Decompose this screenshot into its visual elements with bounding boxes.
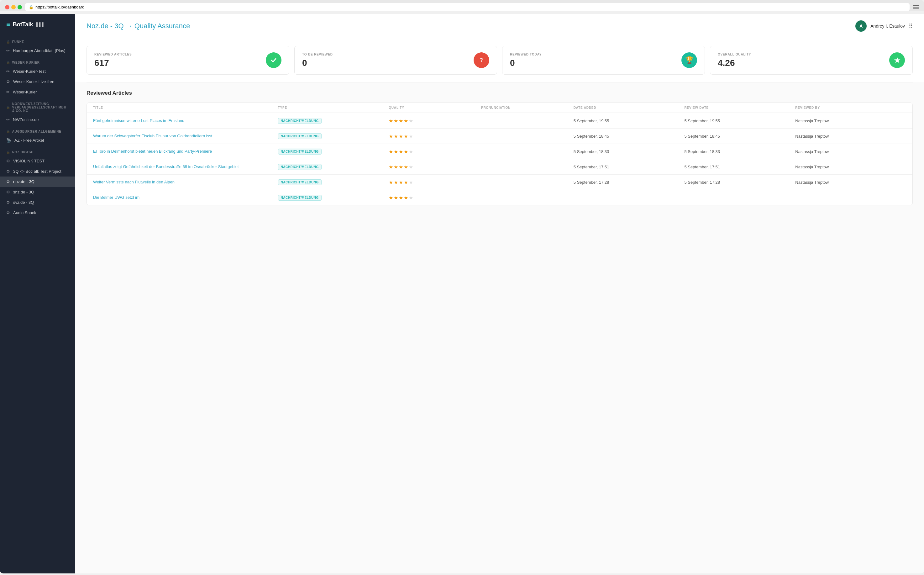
- sidebar-item-label: Weser-Kurier-Test: [13, 69, 46, 74]
- star-empty: ★: [409, 133, 413, 139]
- sidebar: ≡ BotTalk ▌▌▌ 🔒 FUNKE✏Hamburger Abendbla…: [0, 14, 75, 573]
- sidebar-item-icon: ⚙: [6, 200, 10, 205]
- sidebar-item-4-3[interactable]: ⚙shz.de - 3Q: [0, 187, 75, 197]
- stat-text: TO BE REVIEWED0: [302, 53, 333, 68]
- review-date: 5 September, 19:55: [685, 119, 796, 123]
- sidebar-item-label: shz.de - 3Q: [13, 190, 34, 194]
- lock-icon: 🔒: [29, 5, 33, 10]
- sidebar-group-label-3: 🔒 AUGSBURGER ALLGEMEINE: [0, 125, 75, 135]
- sidebar-item-1-0[interactable]: ✏Weser-Kurier-Test: [0, 66, 75, 76]
- sidebar-item-4-1[interactable]: ⚙3Q <> BotTalk Test Project: [0, 166, 75, 176]
- sidebar-item-4-0[interactable]: ⚙VISIOLINK TEST: [0, 156, 75, 166]
- sidebar-item-label: Hamburger Abendblatt (Plus): [13, 48, 65, 53]
- sidebar-item-1-1[interactable]: ⚙Weser-Kurier-Live-free: [0, 76, 75, 87]
- star-filled: ★: [399, 164, 403, 170]
- table-row: El Toro in Delmenhorst bietet neuen Blic…: [87, 144, 912, 159]
- col-header-0: TITLE: [93, 106, 278, 110]
- page-title: Noz.de - 3Q → Quality Assurance: [87, 22, 190, 30]
- date-added: 5 September, 18:45: [574, 134, 685, 138]
- sidebar-group-label-4: 🔒 NOZ DIGITAL: [0, 146, 75, 156]
- sidebar-item-label: Weser-Kurier: [13, 90, 36, 94]
- stat-card-0: REVIEWED ARTICLES617: [87, 46, 289, 75]
- col-header-2: QUALITY: [389, 106, 481, 110]
- sidebar-item-label: 3Q <> BotTalk Test Project: [13, 169, 62, 174]
- stat-icon-star: ★: [889, 52, 905, 68]
- sidebar-group-3: 🔒 AUGSBURGER ALLGEMEINE📡AZ - Free Artike…: [0, 125, 75, 146]
- col-header-5: REVIEW DATE: [685, 106, 796, 110]
- article-title[interactable]: Fünf geheimnisumwitterte Lost Places im …: [93, 118, 278, 124]
- quality-stars: ★★★★★: [389, 179, 481, 185]
- stat-label: TO BE REVIEWED: [302, 53, 333, 56]
- star-filled: ★: [404, 118, 408, 124]
- sidebar-item-icon: ⚙: [6, 179, 10, 184]
- sidebar-item-4-2[interactable]: ⚙noz.de - 3Q: [0, 176, 75, 187]
- type-badge: NACHRICHT/MELDUNG: [278, 133, 322, 139]
- star-empty: ★: [409, 179, 413, 185]
- address-bar[interactable]: 🔒 https://bottalk.io/dashboard: [25, 3, 910, 11]
- article-title[interactable]: Weiter Vermisste nach Flutwelle in den A…: [93, 179, 278, 185]
- hamburger-menu[interactable]: [913, 5, 919, 9]
- sidebar-item-4-4[interactable]: ⚙svz.de - 3Q: [0, 197, 75, 208]
- article-type: NACHRICHT/MELDUNG: [278, 133, 389, 139]
- logo-icon: ≡: [6, 21, 10, 29]
- sidebar-item-icon: ⚙: [6, 210, 10, 215]
- traffic-lights: [5, 5, 22, 10]
- date-added: 5 September, 17:51: [574, 165, 685, 169]
- traffic-light-yellow[interactable]: [11, 5, 16, 10]
- article-title[interactable]: El Toro in Delmenhorst bietet neuen Blic…: [93, 149, 278, 154]
- type-badge: NACHRICHT/MELDUNG: [278, 179, 322, 185]
- article-title[interactable]: Unfallatlas zeigt Gefährlichkeit der Bun…: [93, 164, 278, 170]
- article-type: NACHRICHT/MELDUNG: [278, 194, 389, 201]
- star-filled: ★: [389, 164, 393, 170]
- stat-value: 0: [510, 58, 542, 68]
- stat-icon-trophy: 🏆: [682, 52, 697, 68]
- reviewer-name: Nastassja Treptow: [795, 119, 906, 123]
- sidebar-item-label: svz.de - 3Q: [13, 200, 34, 205]
- star-filled: ★: [389, 179, 393, 185]
- article-title[interactable]: Die Belmer UWG setzt im: [93, 195, 278, 200]
- grid-icon[interactable]: ⠿: [909, 22, 913, 29]
- traffic-light-red[interactable]: [5, 5, 10, 10]
- stat-text: REVIEWED TODAY0: [510, 53, 542, 68]
- col-header-6: REVIEWED BY: [795, 106, 906, 110]
- date-added: 5 September, 18:33: [574, 149, 685, 154]
- review-date: 5 September, 17:28: [685, 180, 796, 185]
- star-filled: ★: [394, 118, 398, 124]
- star-filled: ★: [399, 195, 403, 201]
- article-title[interactable]: Warum der Schwagstorfer Eisclub Eis nur …: [93, 133, 278, 139]
- sidebar-item-1-2[interactable]: ✏Weser-Kurier: [0, 87, 75, 97]
- sidebar-item-icon: 📡: [6, 138, 11, 143]
- article-type: NACHRICHT/MELDUNG: [278, 179, 389, 185]
- articles-table: TITLETYPEQUALITYPRONUNCIATIONDATE ADDEDR…: [87, 103, 913, 205]
- sidebar-item-icon: ✏: [6, 48, 10, 53]
- stat-value: 617: [94, 58, 132, 68]
- sidebar-item-0-0[interactable]: ✏Hamburger Abendblatt (Plus): [0, 46, 75, 56]
- stats-section: REVIEWED ARTICLES617TO BE REVIEWED0?REVI…: [75, 38, 924, 82]
- sidebar-item-2-0[interactable]: ✏NWZonline.de: [0, 114, 75, 125]
- sidebar-item-3-0[interactable]: 📡AZ - Free Artikel: [0, 135, 75, 146]
- star-empty: ★: [409, 118, 413, 124]
- sidebar-item-icon: ✏: [6, 69, 10, 74]
- table-row: Weiter Vermisste nach Flutwelle in den A…: [87, 175, 912, 190]
- address-text: https://bottalk.io/dashboard: [35, 5, 84, 10]
- traffic-light-green[interactable]: [17, 5, 22, 10]
- star-empty: ★: [409, 195, 413, 201]
- main-content: Noz.de - 3Q → Quality Assurance A Andrey…: [75, 14, 924, 573]
- logo-text: BotTalk: [13, 21, 33, 28]
- stat-label: OVERALL QUALITY: [718, 53, 751, 56]
- star-filled: ★: [404, 164, 408, 170]
- logo-waveform: ▌▌▌: [36, 22, 45, 27]
- table-body: Fünf geheimnisumwitterte Lost Places im …: [87, 113, 912, 205]
- stat-card-2: REVIEWED TODAY0🏆: [502, 46, 705, 75]
- sidebar-item-4-5[interactable]: ⚙Audio Snack: [0, 208, 75, 218]
- quality-stars: ★★★★★: [389, 195, 481, 201]
- col-header-1: TYPE: [278, 106, 389, 110]
- star-filled: ★: [389, 195, 393, 201]
- avatar: A: [855, 21, 867, 32]
- sidebar-logo: ≡ BotTalk ▌▌▌: [0, 14, 75, 35]
- stats-grid: REVIEWED ARTICLES617TO BE REVIEWED0?REVI…: [87, 46, 913, 75]
- col-header-4: DATE ADDED: [574, 106, 685, 110]
- sidebar-item-label: Weser-Kurier-Live-free: [13, 79, 54, 84]
- sidebar-group-4: 🔒 NOZ DIGITAL⚙VISIOLINK TEST⚙3Q <> BotTa…: [0, 146, 75, 218]
- sidebar-item-icon: ✏: [6, 90, 10, 94]
